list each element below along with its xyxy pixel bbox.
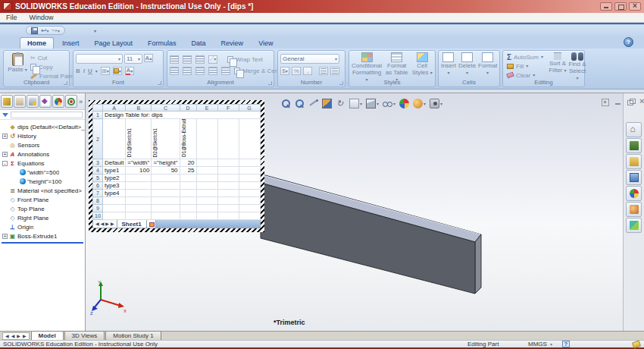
cell[interactable] xyxy=(180,174,196,182)
cell[interactable] xyxy=(196,182,217,190)
graphics-viewport[interactable]: ▾ ▾ ▾ ▾ ▾ A B xyxy=(86,93,623,332)
cell[interactable] xyxy=(152,205,180,212)
percent-style-button[interactable]: % xyxy=(292,67,301,75)
cell[interactable] xyxy=(239,205,260,212)
restore-button[interactable] xyxy=(614,2,627,11)
row-header[interactable]: 10 xyxy=(93,212,103,220)
col-header[interactable]: G xyxy=(239,105,260,112)
task-pane-button[interactable] xyxy=(626,170,642,185)
doc-minimize-icon[interactable] xyxy=(613,98,623,106)
insert-cells-button[interactable]: Insert▾ xyxy=(441,52,456,80)
cell[interactable] xyxy=(180,212,196,220)
col-header[interactable]: F xyxy=(217,105,239,112)
sheet-first-icon[interactable]: ◀ xyxy=(95,222,99,226)
align-middle-button[interactable] xyxy=(183,55,192,64)
part-end-face[interactable] xyxy=(475,234,481,294)
cell[interactable] xyxy=(126,190,152,197)
align-right-button[interactable] xyxy=(195,67,205,75)
accounting-format-button[interactable]: $▾ xyxy=(280,67,289,75)
task-pane-button[interactable] xyxy=(626,154,642,169)
cell-c4[interactable]: 50 xyxy=(152,167,180,174)
cell[interactable] xyxy=(217,197,239,205)
cell[interactable] xyxy=(103,205,126,212)
cell[interactable] xyxy=(103,212,126,220)
grow-font-button[interactable]: A▴ xyxy=(144,54,153,62)
decrease-indent-button[interactable] xyxy=(208,67,217,75)
panel-tab[interactable] xyxy=(14,95,26,108)
hud-icon-button[interactable]: ▾ xyxy=(349,99,362,108)
tab-motion-study[interactable]: Motion Study 1 xyxy=(105,331,161,340)
menu-window[interactable]: Window xyxy=(30,14,54,21)
tree-item[interactable]: Origin xyxy=(0,222,85,231)
number-format-select[interactable]: General▾ xyxy=(280,54,339,64)
doc-close-icon[interactable] xyxy=(639,98,644,106)
cell[interactable] xyxy=(217,205,239,212)
cell[interactable] xyxy=(196,197,217,205)
cell-a7[interactable]: type4 xyxy=(103,190,126,197)
italic-button[interactable]: I xyxy=(83,68,85,74)
cell-c2[interactable]: D2@Sketch1 xyxy=(152,119,180,159)
tab-3d-views[interactable]: 3D Views xyxy=(64,331,105,340)
tab-page-layout[interactable]: Page Layout xyxy=(88,38,140,49)
panel-tab[interactable] xyxy=(39,95,52,108)
col-header[interactable]: D xyxy=(180,105,196,112)
tree-item[interactable]: + Annotations xyxy=(0,149,85,159)
tree-item[interactable]: Sensors xyxy=(0,140,85,149)
decrease-decimal-button[interactable] xyxy=(330,67,339,75)
row-header[interactable]: 9 xyxy=(93,205,103,212)
cell[interactable] xyxy=(217,159,239,167)
cell[interactable] xyxy=(196,159,217,167)
panel-tab[interactable] xyxy=(27,95,39,108)
col-header[interactable]: C xyxy=(152,105,180,112)
panel-tabs-overflow-icon[interactable]: » xyxy=(79,98,83,105)
cell[interactable] xyxy=(239,212,260,220)
tab-next-icon[interactable]: ▶ xyxy=(16,334,21,338)
fill-color-button[interactable]: ▾ xyxy=(113,67,122,75)
minimize-button[interactable] xyxy=(600,2,612,11)
cell[interactable] xyxy=(180,205,196,212)
cell[interactable] xyxy=(152,212,180,220)
cell[interactable] xyxy=(126,197,152,205)
tree-item[interactable]: dips (Default<<Default>_Di xyxy=(0,122,85,131)
delete-cells-button[interactable]: Delete▾ xyxy=(458,52,476,80)
panel-tab[interactable] xyxy=(52,95,64,108)
comma-style-button[interactable]: , xyxy=(303,67,312,75)
row-header[interactable]: 7 xyxy=(93,190,103,197)
task-pane-button[interactable] xyxy=(626,186,642,201)
tab-view[interactable]: View xyxy=(252,38,280,49)
font-name-select[interactable]: ▾ xyxy=(76,54,123,64)
row-header[interactable]: 3 xyxy=(93,159,103,167)
row-header[interactable]: 4 xyxy=(93,167,103,174)
sheet-last-icon[interactable]: ▶ xyxy=(111,222,114,226)
cell[interactable] xyxy=(196,119,217,159)
conditional-formatting-button[interactable]: Conditional Formatting ▾ xyxy=(352,52,382,80)
cell[interactable] xyxy=(196,190,217,197)
tree-item[interactable]: + Boss-Extrude1 xyxy=(0,231,85,241)
row-header[interactable]: 1 xyxy=(93,112,103,119)
bold-button[interactable]: B xyxy=(76,68,80,74)
row-header[interactable]: 2 xyxy=(93,119,103,159)
tab-formulas[interactable]: Formulas xyxy=(141,38,183,49)
panel-tab[interactable] xyxy=(65,95,77,108)
cell[interactable] xyxy=(152,182,180,190)
cell-d4[interactable]: 25 xyxy=(180,167,196,174)
hud-icon-button[interactable]: ▾ xyxy=(430,99,442,108)
tree-item[interactable]: - Equations xyxy=(0,159,85,168)
hud-icon-button[interactable] xyxy=(281,99,291,108)
doc-restore-icon[interactable] xyxy=(626,98,636,106)
cell[interactable] xyxy=(196,174,217,182)
tab-review[interactable]: Review xyxy=(214,38,251,49)
undo-icon[interactable]: ↩▾ xyxy=(41,27,49,34)
cell[interactable] xyxy=(239,174,260,182)
part-front-face[interactable] xyxy=(261,183,475,294)
col-header[interactable]: A xyxy=(103,105,126,112)
cell[interactable] xyxy=(239,190,260,197)
cell[interactable] xyxy=(180,197,196,205)
cell[interactable] xyxy=(239,119,260,159)
cell[interactable] xyxy=(103,119,126,159)
orientation-button[interactable]: ⟋▾ xyxy=(208,55,217,64)
align-left-button[interactable] xyxy=(170,67,179,75)
units-selector[interactable]: MMGS▾ xyxy=(528,341,552,347)
tab-data[interactable]: Data xyxy=(185,38,213,49)
font-dialog-launcher-icon[interactable] xyxy=(158,81,161,85)
